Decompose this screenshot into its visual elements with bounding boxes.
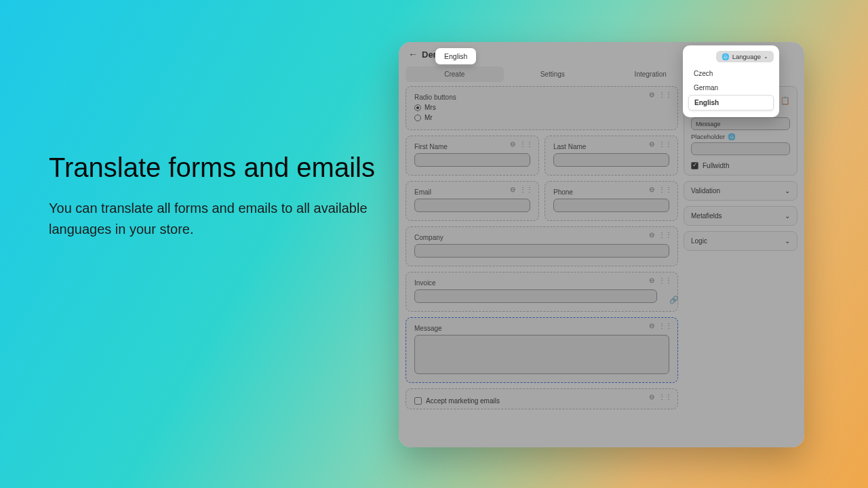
hero-title: Translate forms and emails: [49, 149, 381, 186]
company-input[interactable]: [414, 244, 669, 258]
lang-option-german[interactable]: German: [688, 81, 774, 95]
radio-dot-icon: [414, 115, 421, 121]
drag-icon[interactable]: ⋮⋮: [519, 140, 533, 148]
globe-icon: 🌐: [722, 53, 730, 60]
drag-icon[interactable]: ⋮⋮: [658, 186, 672, 193]
drag-icon[interactable]: ⋮⋮: [658, 277, 672, 284]
remove-icon[interactable]: ⊖: [510, 140, 515, 148]
back-arrow-icon[interactable]: ←: [408, 49, 418, 60]
block-radio[interactable]: ⊖⋮⋮ Radio buttons Mrs Mr: [406, 86, 678, 130]
message-textarea[interactable]: [414, 335, 669, 374]
checkbox-icon: [414, 397, 422, 405]
link-icon[interactable]: 🔗: [669, 296, 678, 304]
chevron-down-icon: ⌄: [785, 212, 790, 220]
remove-icon[interactable]: ⊖: [649, 231, 654, 239]
block-last-name[interactable]: ⊖⋮⋮ Last Name: [545, 136, 678, 176]
remove-icon[interactable]: ⊖: [510, 186, 515, 193]
fullwidth-checkbox[interactable]: Fullwidth: [691, 162, 790, 169]
language-dropdown: 🌐 Language ⌄ Czech German English: [683, 45, 779, 117]
invoice-input[interactable]: [414, 289, 657, 303]
metafields-section[interactable]: Metafields⌄: [684, 206, 797, 226]
placeholder-input[interactable]: [691, 142, 790, 155]
drag-icon[interactable]: ⋮⋮: [658, 140, 672, 148]
phone-input[interactable]: [553, 199, 669, 212]
chevron-down-icon: ⌄: [764, 54, 768, 60]
marketing-checkbox[interactable]: Accept marketing emails: [414, 397, 669, 405]
remove-icon[interactable]: ⊖: [649, 322, 654, 329]
logic-section[interactable]: Logic⌄: [684, 231, 797, 251]
remove-icon[interactable]: ⊖: [649, 277, 654, 284]
placeholder-field-label: Placeholder🌐: [691, 133, 790, 140]
chevron-down-icon: ⌄: [785, 187, 790, 195]
radio-mrs[interactable]: Mrs: [414, 104, 669, 111]
block-invoice[interactable]: ⊖⋮⋮ Invoice 🔗: [406, 272, 678, 312]
radio-mr[interactable]: Mr: [414, 114, 669, 121]
drag-icon[interactable]: ⋮⋮: [658, 322, 672, 329]
block-message[interactable]: ⊖⋮⋮ Message: [406, 317, 678, 383]
settings-sidebar: Settings 📋 Label🌐 Message Placeholder🌐 F…: [684, 86, 797, 436]
translate-icon: 🌐: [728, 133, 736, 140]
remove-icon[interactable]: ⊖: [649, 91, 654, 98]
checkbox-icon: [691, 162, 698, 169]
tab-settings[interactable]: Settings: [504, 66, 602, 82]
block-company[interactable]: ⊖⋮⋮ Company: [406, 226, 678, 266]
block-phone[interactable]: ⊖⋮⋮ Phone: [545, 181, 678, 221]
drag-icon[interactable]: ⋮⋮: [658, 91, 672, 98]
email-input[interactable]: [414, 199, 530, 212]
block-first-name[interactable]: ⊖⋮⋮ First Name: [406, 136, 539, 176]
last-name-input[interactable]: [553, 153, 669, 167]
validation-section[interactable]: Validation⌄: [684, 181, 797, 201]
tab-create[interactable]: Create: [406, 66, 504, 82]
radio-dot-icon: [414, 104, 421, 111]
lang-option-english[interactable]: English: [688, 95, 774, 110]
remove-icon[interactable]: ⊖: [649, 140, 654, 148]
block-marketing[interactable]: ⊖⋮⋮ Accept marketing emails: [406, 388, 678, 409]
lang-option-czech[interactable]: Czech: [688, 66, 774, 81]
app-preview-panel: ← Demo Create Settings Integration Embed…: [399, 42, 804, 447]
drag-icon[interactable]: ⋮⋮: [658, 231, 672, 239]
language-button[interactable]: 🌐 Language ⌄: [716, 51, 774, 62]
block-email[interactable]: ⊖⋮⋮ Email: [406, 181, 539, 221]
radio-label: Radio buttons: [414, 94, 669, 101]
first-name-input[interactable]: [414, 153, 530, 167]
drag-icon[interactable]: ⋮⋮: [658, 393, 672, 401]
chevron-down-icon: ⌄: [785, 237, 790, 245]
message-label: Message: [414, 325, 669, 332]
label-input[interactable]: Message: [691, 117, 790, 130]
current-language-badge[interactable]: English: [435, 48, 476, 64]
hero-subtitle: You can translate all forms and emails t…: [49, 198, 381, 240]
block-controls[interactable]: ⊖⋮⋮: [649, 91, 672, 98]
drag-icon[interactable]: ⋮⋮: [519, 186, 533, 193]
remove-icon[interactable]: ⊖: [649, 186, 654, 193]
clipboard-icon[interactable]: 📋: [781, 96, 790, 105]
invoice-label: Invoice: [414, 279, 669, 287]
app-body: ⊖⋮⋮ Radio buttons Mrs Mr ⊖⋮⋮ First Name …: [399, 86, 804, 443]
form-canvas: ⊖⋮⋮ Radio buttons Mrs Mr ⊖⋮⋮ First Name …: [406, 86, 678, 436]
hero-text: Translate forms and emails You can trans…: [49, 149, 381, 240]
remove-icon[interactable]: ⊖: [649, 393, 654, 401]
company-label: Company: [414, 234, 669, 241]
